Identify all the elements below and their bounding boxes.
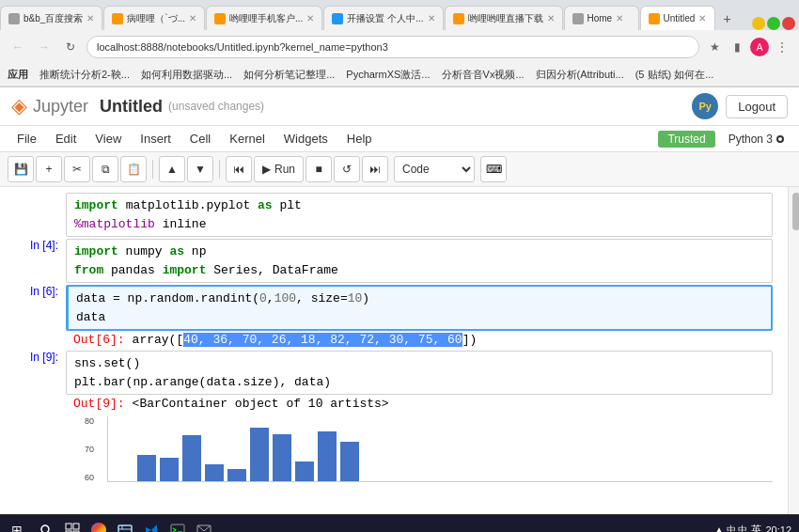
bookmark-2[interactable]: 如何利用数据驱动...	[137, 67, 236, 83]
taskbar-search[interactable]	[34, 518, 58, 533]
menu-cell[interactable]: Cell	[180, 128, 220, 149]
cell-matplotlib-input[interactable]: import matplotlib.pyplot as plt %matplot…	[66, 193, 773, 237]
bar-2	[182, 435, 201, 481]
restart-button[interactable]: ↺	[334, 156, 360, 182]
tab-6[interactable]: Home ✕	[564, 6, 639, 30]
taskbar-tray: ▲ 中 中 英 20:12	[714, 523, 795, 532]
minimize-button[interactable]	[752, 17, 765, 30]
toolbar-separator-1	[152, 160, 153, 179]
notebook-unsaved: (unsaved changes)	[168, 100, 264, 113]
run-label: Run	[274, 163, 295, 176]
taskbar-mail[interactable]	[192, 518, 216, 533]
scrollbar-thumb[interactable]	[792, 193, 799, 230]
menu-insert[interactable]: Insert	[131, 128, 180, 149]
keyboard-shortcut-button[interactable]: ⌨	[480, 156, 507, 182]
bookmark-3[interactable]: 如何分析笔记整理...	[240, 67, 338, 83]
menu-icon[interactable]: ⋮	[773, 38, 791, 56]
menu-kernel[interactable]: Kernel	[220, 128, 274, 149]
bar-6	[273, 434, 291, 481]
cut-cell-button[interactable]: ✂	[64, 156, 90, 182]
cell-9-in: In [9]:	[30, 351, 58, 364]
save-button[interactable]: 💾	[8, 156, 34, 182]
refresh-button[interactable]: ↻	[60, 37, 81, 57]
toolbar-separator-2	[219, 160, 220, 179]
tab-close-4[interactable]: ✕	[428, 13, 435, 23]
add-cell-button[interactable]: +	[36, 156, 62, 182]
toolbar: 💾 + ✂ ⧉ 📋 ▲ ▼ ⏮ ▶ Run ■ ↺ ⏭ Code Markdow…	[0, 152, 799, 187]
taskbar-items	[34, 518, 714, 533]
cell-6-label: In [6]:	[0, 285, 66, 349]
menu-help[interactable]: Help	[337, 128, 382, 149]
bookmark-6[interactable]: 归因分析(Attributi...	[532, 67, 628, 83]
tab-5[interactable]: 哟哩哟哩直播下载 ✕	[445, 6, 563, 30]
svg-rect-2	[66, 524, 71, 529]
bar-3	[205, 464, 224, 481]
address-input[interactable]	[86, 36, 699, 58]
tab-label-6: Home	[588, 13, 613, 23]
bar-5	[250, 428, 269, 481]
tab-close-5[interactable]: ✕	[547, 13, 555, 23]
taskbar-task-view[interactable]	[60, 518, 85, 533]
logout-button[interactable]: Logout	[726, 95, 788, 118]
bookmark-7[interactable]: (5 贴纸) 如何在...	[632, 67, 718, 83]
tab-1[interactable]: b&b_百度搜索 ✕	[0, 6, 102, 30]
bookmark-5[interactable]: 分析音音Vx视频...	[438, 67, 528, 83]
notebook-cells: import matplotlib.pyplot as plt %matplot…	[0, 187, 788, 514]
cell-6-content[interactable]: data = np.random.randint(0,100, size=10)…	[66, 285, 773, 349]
interrupt-button[interactable]: ■	[306, 156, 332, 182]
extensions-icon[interactable]: ▮	[728, 38, 746, 56]
run-button[interactable]: ▶ Run	[254, 156, 304, 182]
cell-6-input[interactable]: data = np.random.randint(0,100, size=10)…	[66, 285, 773, 331]
taskbar-vscode[interactable]	[139, 518, 164, 533]
tab-favicon-1	[8, 13, 20, 24]
taskbar-terminal[interactable]	[165, 518, 190, 533]
account-icon[interactable]: A	[750, 38, 769, 56]
close-button[interactable]	[782, 17, 795, 30]
cell-matplotlib-content[interactable]: import matplotlib.pyplot as plt %matplot…	[66, 193, 773, 237]
menu-view[interactable]: View	[86, 128, 131, 149]
copy-cell-button[interactable]: ⧉	[92, 156, 118, 182]
cell-type-select[interactable]: Code Markdown Raw	[394, 156, 475, 182]
forward-button[interactable]: →	[34, 37, 55, 57]
tab-close-6[interactable]: ✕	[616, 13, 623, 23]
tab-close-1[interactable]: ✕	[86, 13, 94, 23]
new-tab-button[interactable]: +	[716, 8, 739, 30]
cell-6: In [6]: data = np.random.randint(0,100, …	[0, 285, 788, 349]
cell-4-content[interactable]: import numpy as np from pandas import Se…	[66, 239, 773, 283]
cell-4-input[interactable]: import numpy as np from pandas import Se…	[66, 239, 773, 283]
start-button[interactable]: ⊞	[4, 517, 30, 533]
cell-9-content[interactable]: sns.set() plt.bar(np.arange(data.size), …	[66, 351, 773, 482]
bookmark-4[interactable]: PycharmXS激活...	[342, 67, 433, 83]
jupyter-logo-text: Jupyter	[33, 97, 88, 117]
tab-close-3[interactable]: ✕	[306, 13, 314, 23]
tray-lang: 英	[751, 523, 761, 532]
restart-run-button[interactable]: ⏭	[362, 156, 388, 182]
notebook-title[interactable]: Untitled	[100, 97, 163, 117]
taskbar-chrome[interactable]	[86, 518, 111, 533]
header-right: Py Logout	[692, 93, 788, 119]
tab-7[interactable]: Untitled ✕	[640, 6, 715, 30]
menu-file[interactable]: File	[8, 128, 46, 149]
bookmark-1[interactable]: 推断统计分析2-鞅...	[36, 67, 133, 83]
fast-forward-button[interactable]: ⏮	[226, 156, 252, 182]
cell-6-output: Out[6]: array([40, 36, 70, 26, 18, 82, 7…	[66, 331, 773, 349]
menu-edit[interactable]: Edit	[46, 128, 86, 149]
move-up-button[interactable]: ▲	[159, 156, 185, 182]
tab-favicon-3	[214, 13, 226, 24]
maximize-button[interactable]	[767, 17, 780, 30]
tab-2[interactable]: 病哩哩（`づ... ✕	[103, 6, 205, 30]
move-down-button[interactable]: ▼	[187, 156, 213, 182]
paste-cell-button[interactable]: 📋	[120, 156, 147, 182]
back-button[interactable]: ←	[8, 37, 28, 57]
tab-4[interactable]: 开播设置 个人中... ✕	[323, 6, 443, 30]
tab-close-7[interactable]: ✕	[698, 13, 706, 23]
taskbar-explorer[interactable]	[113, 518, 137, 533]
tab-close-2[interactable]: ✕	[189, 13, 196, 23]
tab-3[interactable]: 哟哩哩手机客户... ✕	[206, 6, 322, 30]
scrollbar[interactable]	[788, 187, 799, 514]
bookmark-star-icon[interactable]: ★	[705, 38, 724, 56]
cell-9-input[interactable]: sns.set() plt.bar(np.arange(data.size), …	[66, 351, 773, 395]
tab-favicon-5	[453, 13, 464, 24]
menu-widgets[interactable]: Widgets	[274, 128, 337, 149]
bar-7	[295, 462, 314, 481]
